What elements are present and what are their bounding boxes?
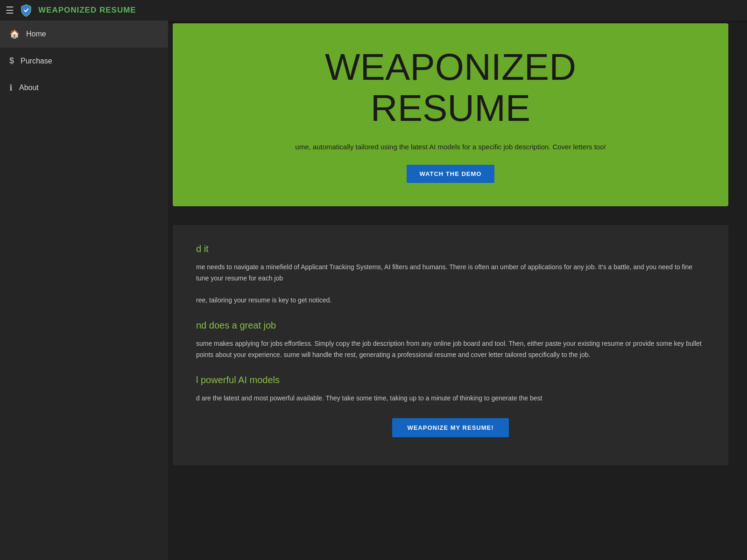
sidebar-label-purchase: Purchase [21, 57, 52, 65]
dollar-icon: $ [9, 56, 14, 66]
app-title: WEAPONIZED RESUME [38, 6, 136, 15]
sidebar-item-home[interactable]: 🏠 Home [0, 21, 168, 48]
hero-section: WEAPONIZEDRESUME ume, automatically tail… [173, 23, 728, 206]
menu-icon[interactable]: ☰ [6, 5, 14, 16]
home-icon: 🏠 [9, 29, 20, 39]
section2-heading: nd does a great job [196, 320, 705, 331]
section3-text: d are the latest and most powerful avail… [196, 393, 705, 404]
section3-heading: l powerful AI models [196, 375, 705, 385]
sidebar-item-purchase[interactable]: $ Purchase [0, 48, 168, 74]
info-icon: ℹ [9, 83, 13, 93]
topbar: ☰ WEAPONIZED RESUME [0, 0, 747, 21]
app-logo [20, 4, 33, 17]
sidebar-label-about: About [19, 84, 39, 92]
content-area: d it me needs to navigate a minefield of… [173, 225, 728, 465]
weaponize-button[interactable]: WEAPONIZE MY RESUME! [392, 418, 508, 437]
main-content: WEAPONIZEDRESUME ume, automatically tail… [168, 23, 747, 560]
sidebar-label-home: Home [26, 30, 46, 38]
section1-heading: d it [196, 244, 705, 254]
section2-text: sume makes applying for jobs effortless.… [196, 338, 705, 361]
watch-demo-button[interactable]: WATCH THE DEMO [407, 165, 495, 183]
hero-title: WEAPONIZEDRESUME [201, 47, 700, 129]
hero-subtitle: ume, automatically tailored using the la… [201, 143, 700, 151]
section1-text: me needs to navigate a minefield of Appl… [196, 262, 705, 306]
sidebar: 🏠 Home $ Purchase ℹ About [0, 21, 168, 560]
sidebar-item-about[interactable]: ℹ About [0, 74, 168, 101]
